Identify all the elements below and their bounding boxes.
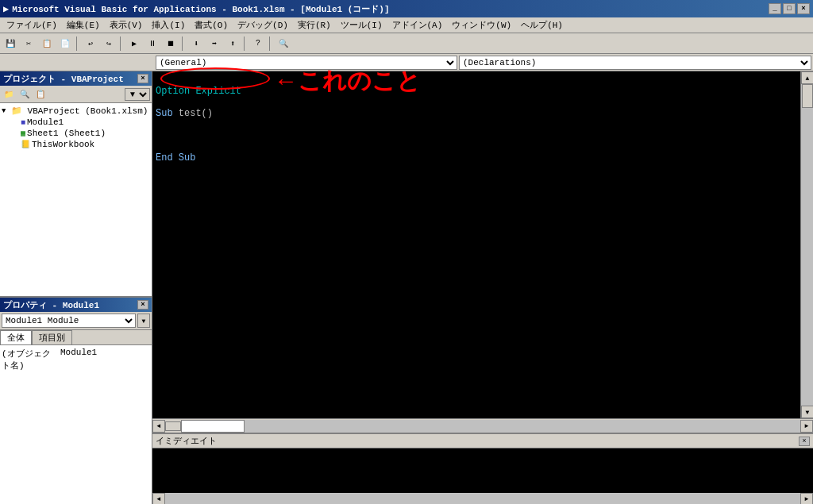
vert-scroll-up[interactable]: ▲ — [801, 71, 813, 84]
imm-scroll-right[interactable]: ► — [800, 493, 813, 505]
restore-button[interactable]: □ — [783, 3, 796, 14]
tb-step-over[interactable]: ➡ — [206, 36, 223, 52]
code-option-explicit: Option Explicit — [156, 86, 241, 97]
project-tree: ▼ 📁 VBAProject (Book1.xlsm) ■ Module1 ▦ — [0, 103, 152, 296]
proc-dropdown[interactable]: (Declarations) — [459, 56, 811, 70]
toolbar-sep5 — [269, 37, 272, 51]
tb-stop[interactable]: ⏹ — [162, 36, 179, 52]
minimize-button[interactable]: _ — [769, 3, 781, 14]
tb-undo[interactable]: ↩ — [82, 36, 99, 52]
combo-bar: (General) (Declarations) — [0, 54, 813, 71]
tree-modules-group: ■ Module1 ▦ Sheet1 (Sheet1) 📒 ThisWorkbo… — [11, 117, 150, 150]
imm-scroll-strip: ◄ ► — [152, 493, 813, 504]
code-sub-test: Sub — [156, 108, 173, 119]
immediate-body[interactable] — [152, 448, 813, 493]
pt-btn3[interactable]: 📋 — [33, 88, 48, 101]
properties-panel-close[interactable]: × — [137, 300, 148, 310]
tb-paste[interactable]: 📄 — [56, 36, 74, 52]
tb-pause[interactable]: ⏸ — [144, 36, 161, 52]
sheet1-icon: ▦ — [21, 129, 25, 138]
menu-tools[interactable]: ツール(I) — [336, 17, 387, 33]
vert-scrollbar[interactable]: ▲ ▼ — [800, 71, 813, 418]
menu-run[interactable]: 実行(R) — [293, 17, 336, 33]
toolbar-sep1 — [76, 37, 79, 51]
immediate-header: イミディエイト × — [152, 434, 813, 448]
immediate-panel: イミディエイト × ◄ ► — [152, 433, 813, 504]
title-bar-buttons[interactable]: _ □ × — [769, 3, 810, 14]
app-icon: ▶ — [3, 3, 9, 15]
menu-help[interactable]: ヘルプ(H) — [516, 17, 568, 33]
menu-insert[interactable]: 挿入(I) — [147, 17, 190, 33]
project-panel-title: プロジェクト - VBAProject — [3, 73, 124, 85]
tb-save[interactable]: 💾 — [2, 36, 19, 52]
imm-scroll-left[interactable]: ◄ — [152, 493, 165, 505]
vert-scroll-thumb[interactable] — [802, 84, 813, 108]
menu-window[interactable]: ウィンドウ(W) — [447, 17, 516, 33]
pt-sort-select[interactable]: ▼ — [125, 88, 150, 101]
pt-btn2[interactable]: 🔍 — [17, 88, 32, 101]
menu-edit[interactable]: 編集(E) — [62, 17, 105, 33]
immediate-title: イミディエイト — [156, 435, 217, 447]
tb-step-out[interactable]: ⬆ — [224, 36, 241, 52]
tree-vbaproject[interactable]: ▼ 📁 VBAProject (Book1.xlsm) — [2, 105, 150, 117]
tree-module1[interactable]: ■ Module1 — [11, 117, 150, 128]
tree-thisworkbook[interactable]: 📒 ThisWorkbook — [11, 139, 150, 150]
properties-panel-title: プロパティ - Module1 — [3, 299, 99, 311]
toolbar: 💾 ✂ 📋 📄 ↩ ↪ ▶ ⏸ ⏹ ⬇ ➡ ⬆ ? 🔍 — [0, 33, 813, 54]
module1-icon: ■ — [21, 118, 25, 127]
horiz-scroll-thumb-left[interactable] — [165, 421, 181, 431]
code-end-sub: End Sub — [156, 152, 195, 164]
toolbar-sep4 — [244, 37, 247, 51]
main-layout: プロジェクト - VBAProject × 📁 🔍 📋 ▼ ▼ 📁 VBAPro… — [0, 71, 813, 504]
tb-step-into[interactable]: ⬇ — [187, 36, 205, 52]
project-panel-close[interactable]: × — [137, 74, 148, 83]
tb-find[interactable]: 🔍 — [275, 36, 292, 52]
properties-panel-header: プロパティ - Module1 × — [0, 298, 152, 312]
line-input[interactable] — [181, 420, 245, 433]
horiz-scroll-left[interactable]: ◄ — [152, 420, 165, 433]
tb-redo[interactable]: ↪ — [100, 36, 118, 52]
pt-btn1[interactable]: 📁 — [2, 88, 16, 101]
tb-cut[interactable]: ✂ — [20, 36, 37, 52]
imm-scroll-track[interactable] — [165, 493, 800, 505]
project-panel-toolbar: 📁 🔍 📋 ▼ — [0, 86, 152, 103]
menu-file[interactable]: ファイル(F) — [2, 17, 62, 33]
properties-combo-row: Module1 Module ▼ — [0, 312, 152, 330]
prop-tab-category[interactable]: 項目別 — [32, 330, 72, 344]
menu-addins[interactable]: アドイン(A) — [387, 17, 448, 33]
prop-name-label: (オブジェクト名) — [2, 348, 57, 371]
tb-run[interactable]: ▶ — [125, 36, 143, 52]
workbook-icon: 📒 — [21, 140, 30, 149]
horiz-scroll-track[interactable] — [245, 420, 800, 433]
title-bar: ▶ Microsoft Visual Basic for Application… — [0, 0, 813, 17]
project-panel-header: プロジェクト - VBAProject × — [0, 71, 152, 86]
left-panel: プロジェクト - VBAProject × 📁 🔍 📋 ▼ ▼ 📁 VBAPro… — [0, 71, 152, 504]
close-button[interactable]: × — [797, 3, 810, 14]
horiz-scrollbar[interactable]: ◄ ► — [152, 418, 813, 433]
menu-format[interactable]: 書式(O) — [190, 17, 233, 33]
horiz-scroll-right[interactable]: ► — [800, 420, 813, 433]
vert-scroll-down[interactable]: ▼ — [801, 406, 813, 418]
code-editor[interactable]: Option Explicit Sub test() End Sub — [152, 71, 800, 418]
vert-scroll-track[interactable] — [801, 84, 813, 406]
properties-combo-arrow[interactable]: ▼ — [137, 314, 150, 328]
properties-panel: プロパティ - Module1 × Module1 Module ▼ 全体 項目… — [0, 298, 152, 504]
immediate-close[interactable]: × — [799, 437, 810, 446]
properties-combo[interactable]: Module1 Module — [2, 314, 136, 328]
code-area-container: Option Explicit Sub test() End Sub ▲ ▼ ◄… — [152, 71, 813, 504]
menu-view[interactable]: 表示(V) — [105, 17, 148, 33]
thisworkbook-label: ThisWorkbook — [32, 140, 94, 149]
object-dropdown[interactable]: (General) — [156, 56, 457, 70]
toolbar-sep3 — [182, 37, 185, 51]
prop-name-value: Module1 — [60, 348, 97, 371]
prop-tab-all[interactable]: 全体 — [0, 330, 32, 344]
project-panel: プロジェクト - VBAProject × 📁 🔍 📋 ▼ ▼ 📁 VBAPro… — [0, 71, 152, 298]
menu-bar: ファイル(F) 編集(E) 表示(V) 挿入(I) 書式(O) デバッグ(D) … — [0, 17, 813, 33]
prop-row-name: (オブジェクト名) Module1 — [2, 347, 150, 372]
tb-help[interactable]: ? — [249, 36, 267, 52]
tree-sheet1[interactable]: ▦ Sheet1 (Sheet1) — [11, 128, 150, 139]
toolbar-sep2 — [120, 37, 123, 51]
tb-copy[interactable]: 📋 — [38, 36, 56, 52]
sheet1-label: Sheet1 (Sheet1) — [27, 129, 106, 138]
menu-debug[interactable]: デバッグ(D) — [233, 17, 293, 33]
